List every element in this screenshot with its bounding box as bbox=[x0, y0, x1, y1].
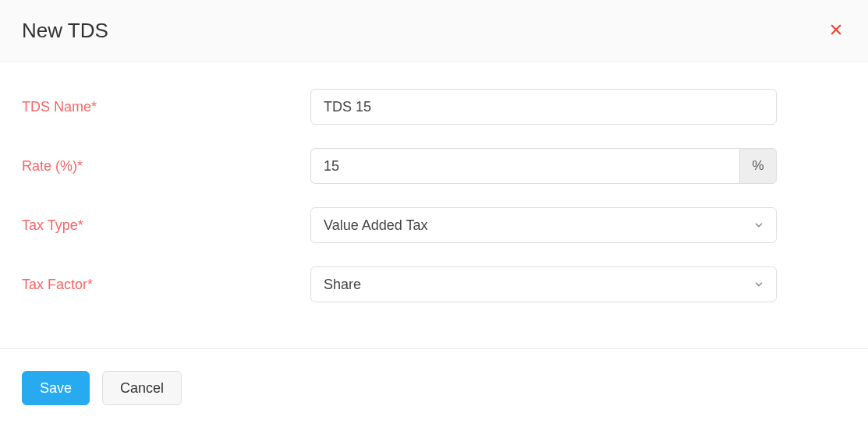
tax-factor-select[interactable]: Share bbox=[310, 266, 777, 302]
form-row-tds-name: TDS Name* bbox=[22, 89, 846, 125]
form-row-tax-type: Tax Type* Value Added Tax bbox=[22, 207, 846, 243]
cancel-button[interactable]: Cancel bbox=[102, 371, 182, 405]
modal-header: New TDS bbox=[0, 0, 868, 62]
tax-type-label: Tax Type* bbox=[22, 217, 310, 234]
modal-body: TDS Name* Rate (%)* % Tax Type* Value Ad… bbox=[0, 62, 868, 348]
tax-type-control: Value Added Tax bbox=[310, 207, 777, 243]
rate-input-group: % bbox=[310, 148, 777, 184]
form-row-rate: Rate (%)* % bbox=[22, 148, 846, 184]
close-button[interactable] bbox=[826, 19, 846, 42]
rate-input[interactable] bbox=[310, 148, 739, 184]
tds-name-control bbox=[310, 89, 777, 125]
tax-type-select-wrapper: Value Added Tax bbox=[310, 207, 777, 243]
save-button[interactable]: Save bbox=[22, 371, 90, 405]
rate-label: Rate (%)* bbox=[22, 158, 310, 175]
modal-footer: Save Cancel bbox=[0, 348, 868, 427]
close-icon bbox=[829, 23, 843, 39]
tax-factor-select-wrapper: Share bbox=[310, 266, 777, 302]
tds-name-input[interactable] bbox=[310, 89, 777, 125]
rate-addon: % bbox=[739, 148, 777, 184]
tds-name-label: TDS Name* bbox=[22, 99, 310, 115]
form-row-tax-factor: Tax Factor* Share bbox=[22, 266, 846, 302]
tax-factor-control: Share bbox=[310, 266, 777, 302]
rate-control: % bbox=[310, 148, 777, 184]
new-tds-modal: New TDS TDS Name* Rate (%)* % bbox=[0, 0, 868, 427]
modal-title: New TDS bbox=[22, 19, 108, 43]
tax-factor-label: Tax Factor* bbox=[22, 277, 310, 293]
tax-type-select[interactable]: Value Added Tax bbox=[310, 207, 777, 243]
